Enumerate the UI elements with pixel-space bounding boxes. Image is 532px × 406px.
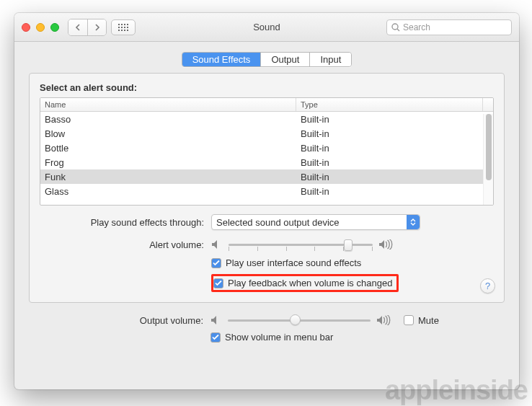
- speaker-high-icon: [376, 315, 391, 325]
- zoom-window-button[interactable]: [50, 23, 59, 32]
- svg-rect-4: [118, 27, 120, 28]
- speaker-low-icon: [211, 239, 223, 250]
- menu-bar-row: Show volume in menu bar: [39, 332, 495, 343]
- svg-rect-6: [124, 27, 125, 28]
- table-row[interactable]: FrogBuilt-in: [40, 155, 493, 169]
- output-volume-label: Output volume:: [39, 315, 210, 326]
- grid-icon: [118, 24, 128, 31]
- search-icon: [391, 23, 400, 32]
- column-type[interactable]: Type: [296, 98, 483, 111]
- scrollbar-thumb[interactable]: [486, 114, 492, 180]
- cell-type: Built-in: [296, 172, 493, 182]
- menu-bar-checkbox[interactable]: [210, 332, 221, 343]
- content-area: Sound Effects Output Input Select an ale…: [14, 42, 519, 351]
- tab-input[interactable]: Input: [309, 53, 351, 66]
- output-volume-row: Output volume: Mute: [39, 313, 495, 327]
- check-icon: [215, 280, 222, 286]
- ui-sounds-checkbox[interactable]: [211, 258, 221, 268]
- cell-name: Bottle: [40, 143, 296, 154]
- nav-back-forward: [68, 19, 107, 36]
- play-through-row: Play sound effects through: Selected sou…: [40, 214, 494, 230]
- show-all-button[interactable]: [111, 19, 136, 35]
- play-through-value: Selected sound output device: [216, 217, 340, 228]
- volume-feedback-row: Play feedback when volume is changed: [40, 274, 494, 292]
- tab-output[interactable]: Output: [260, 53, 309, 66]
- chevron-left-icon: [75, 24, 81, 31]
- tab-sound-effects[interactable]: Sound Effects: [182, 53, 261, 66]
- highlight-box: Play feedback when volume is changed: [211, 274, 399, 292]
- svg-rect-0: [118, 24, 120, 25]
- play-through-select[interactable]: Selected sound output device: [211, 214, 420, 230]
- ui-sounds-row: Play user interface sound effects: [40, 257, 494, 268]
- menu-bar-label: Show volume in menu bar: [225, 332, 333, 343]
- alert-volume-slider[interactable]: [229, 237, 373, 252]
- play-through-label: Play sound effects through:: [40, 217, 211, 228]
- forward-button[interactable]: [87, 19, 106, 35]
- volume-feedback-checkbox[interactable]: [213, 278, 223, 288]
- table-row[interactable]: BlowBuilt-in: [40, 126, 493, 141]
- alert-volume-label: Alert volume:: [40, 239, 211, 250]
- table-row[interactable]: BassoBuilt-in: [40, 112, 493, 126]
- titlebar: Sound Search: [14, 13, 519, 42]
- cell-name: Basso: [40, 114, 296, 125]
- svg-point-12: [392, 24, 398, 30]
- sound-preferences-window: Sound Search Sound Effects Output Input …: [14, 13, 519, 389]
- cell-type: Built-in: [296, 114, 493, 125]
- svg-rect-9: [121, 30, 123, 31]
- window-controls: [22, 23, 59, 32]
- column-spacer: [483, 98, 493, 111]
- alert-sound-heading: Select an alert sound:: [40, 82, 494, 93]
- search-placeholder: Search: [403, 22, 430, 32]
- cell-type: Built-in: [296, 128, 493, 139]
- alert-volume-row: Alert volume:: [40, 237, 494, 252]
- output-section: Output volume: Mute: [29, 303, 505, 343]
- svg-rect-10: [124, 30, 125, 31]
- close-window-button[interactable]: [22, 23, 30, 32]
- svg-rect-5: [121, 27, 123, 28]
- svg-rect-2: [124, 24, 125, 25]
- cell-name: Frog: [40, 157, 296, 168]
- select-stepper: [407, 215, 420, 229]
- cell-type: Built-in: [296, 186, 493, 197]
- sound-effects-panel: Select an alert sound: Name Type BassoBu…: [29, 73, 505, 303]
- scrollbar[interactable]: [483, 114, 493, 205]
- svg-rect-8: [118, 30, 120, 31]
- tabs: Sound Effects Output Input: [29, 52, 505, 67]
- chevron-down-icon: [410, 222, 416, 226]
- speaker-high-icon: [378, 239, 393, 250]
- output-volume-slider[interactable]: [228, 313, 371, 327]
- cell-type: Built-in: [296, 143, 493, 154]
- column-name[interactable]: Name: [40, 98, 296, 111]
- svg-rect-3: [127, 24, 128, 25]
- back-button[interactable]: [68, 19, 87, 35]
- svg-line-13: [397, 29, 399, 31]
- mute-label: Mute: [418, 315, 439, 326]
- svg-rect-1: [121, 24, 123, 25]
- cell-name: Funk: [40, 172, 296, 182]
- cell-type: Built-in: [296, 157, 493, 168]
- svg-rect-7: [127, 27, 128, 28]
- table-row[interactable]: FunkBuilt-in: [40, 169, 493, 184]
- cell-name: Blow: [40, 128, 296, 139]
- speaker-low-icon: [210, 315, 222, 325]
- search-input[interactable]: Search: [386, 19, 512, 35]
- table-row[interactable]: GlassBuilt-in: [40, 184, 493, 198]
- alert-sound-table[interactable]: Name Type BassoBuilt-inBlowBuilt-inBottl…: [40, 97, 494, 206]
- cell-name: Glass: [40, 186, 296, 197]
- help-button[interactable]: ?: [480, 278, 495, 294]
- check-icon: [212, 334, 219, 340]
- svg-rect-11: [127, 30, 128, 31]
- check-icon: [213, 260, 220, 266]
- minimize-window-button[interactable]: [36, 23, 45, 32]
- table-header: Name Type: [40, 98, 493, 112]
- mute-checkbox[interactable]: [404, 315, 414, 325]
- volume-feedback-label: Play feedback when volume is changed: [228, 278, 392, 288]
- chevron-right-icon: [94, 24, 100, 31]
- ui-sounds-label: Play user interface sound effects: [226, 257, 361, 268]
- table-row[interactable]: BottleBuilt-in: [40, 141, 493, 155]
